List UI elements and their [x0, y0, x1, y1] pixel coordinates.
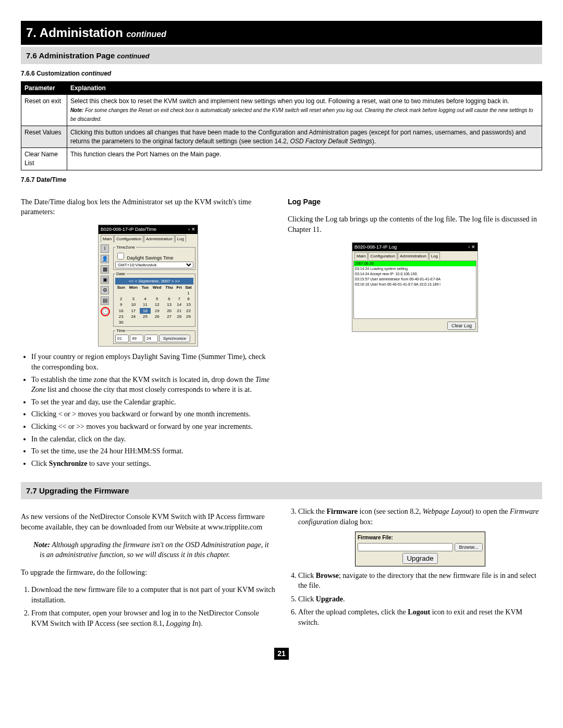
calendar-day[interactable]: 21 [175, 308, 183, 314]
dst-checkbox[interactable]: Daylight Savings Time [115, 255, 174, 261]
calendar-day[interactable]: 1 [183, 290, 193, 296]
list-item: To establish the time zone that the KVM … [31, 375, 275, 395]
calendar-day[interactable]: 30 [115, 319, 127, 325]
calendar-day[interactable]: 8 [183, 296, 193, 302]
calendar-day[interactable]: 23 [115, 314, 127, 319]
calendar-day [183, 319, 193, 325]
calendar-day [175, 290, 183, 296]
datetime-intro: The Date/Time dialog box lets the Admini… [21, 197, 275, 217]
time-ss[interactable] [144, 335, 158, 342]
tab-administration[interactable]: Administration [398, 252, 429, 260]
datetime-icon[interactable]: 🕒 [101, 307, 110, 316]
month-label: September, 2007 [139, 279, 170, 283]
calendar-day[interactable]: 28 [175, 314, 183, 319]
log-entry: 2007-06-20 [354, 261, 476, 266]
datetime-dialog: B020-008-17-IP Date/Time ▫ ✕ Main Config… [98, 225, 198, 347]
list-item: If your country or region employs Daylig… [31, 352, 275, 372]
tab-configuration[interactable]: Configuration [368, 252, 397, 260]
firmware-file-label: Firmware File: [358, 535, 393, 540]
browse-button[interactable]: Browse... [455, 543, 483, 551]
calendar-day[interactable]: 27 [164, 314, 175, 319]
chapter-header: 7. Administation continued [21, 21, 542, 45]
calendar-day[interactable]: 20 [164, 308, 175, 314]
calendar-day[interactable]: 29 [183, 314, 193, 319]
firmware-right-col: Click the Firmware icon (see section 8.2… [288, 504, 542, 632]
month-prev[interactable]: < [135, 279, 138, 283]
calendar-day[interactable]: 10 [127, 302, 140, 307]
tab-main[interactable]: Main [354, 252, 368, 260]
calendar-day[interactable]: 15 [183, 302, 193, 307]
timezone-fieldset: TimeZone Daylight Savings Time GMT+10:Vl… [113, 244, 195, 270]
col-parameter: Parameter [21, 81, 67, 95]
list-item: Clicking << or >> moves you backward or … [31, 422, 275, 432]
calendar-day [164, 319, 175, 325]
calendar-day[interactable]: 16 [115, 308, 127, 314]
tab-configuration[interactable]: Configuration [114, 235, 143, 242]
calendar-day[interactable]: 25 [140, 314, 151, 319]
upgrade-button[interactable]: Upgrade [402, 553, 437, 564]
calendar-day[interactable]: 17 [127, 308, 140, 314]
synchronize-button[interactable]: Synchronize [159, 335, 190, 342]
window-controls: ▫ ✕ [468, 244, 475, 251]
tab-administration[interactable]: Administration [144, 235, 175, 242]
calendar-day[interactable]: 5 [151, 296, 164, 302]
customization-table: Parameter Explanation Reset on exit Sele… [21, 81, 542, 170]
col-explanation: Explanation [67, 81, 542, 95]
calendar-day[interactable]: 26 [151, 314, 164, 319]
section-continued: continued [117, 52, 150, 60]
date-fieldset: Date << < September, 2007 > >> SunMonTue… [113, 271, 195, 327]
firmware-file-dialog: Firmware File: Browse... Upgrade [355, 532, 485, 566]
calendar-day[interactable]: 12 [151, 302, 164, 307]
window-title: B020-008-17-IP Log [354, 244, 397, 251]
calendar-day[interactable]: 6 [164, 296, 175, 302]
calendar-day [127, 319, 140, 325]
log-icon[interactable]: ▤ [101, 297, 109, 305]
firmware-steps-intro: To upgrade the firmware, do the followin… [21, 567, 275, 578]
security-icon[interactable]: ▣ [101, 276, 109, 284]
clear-log-button[interactable]: Clear Log [447, 322, 476, 330]
firmware-file-input[interactable] [358, 543, 453, 551]
log-column: Log Page Clicking the Log tab brings up … [288, 190, 542, 473]
table-row: Reset Values Clicking this button undoes… [21, 126, 542, 148]
window-controls: ▫ ✕ [188, 226, 195, 233]
user-icon[interactable]: 👤 [101, 255, 109, 263]
year-next[interactable]: >> [175, 279, 180, 283]
firmware-intro: As new versions of the NetDirector Conso… [21, 512, 275, 532]
timezone-select[interactable]: GMT+10:Vladivostok [115, 262, 193, 268]
calendar-day [164, 290, 175, 296]
calendar-day [140, 319, 151, 325]
log-entry: 03:14:24 Accept new IP: 10.0.100.150. [354, 272, 476, 277]
tab-log[interactable]: Log [175, 235, 186, 242]
calendar-day [175, 319, 183, 325]
calendar-day[interactable]: 24 [127, 314, 140, 319]
info-icon[interactable]: i [101, 244, 109, 253]
page-number: 21 [274, 648, 289, 660]
calendar-day[interactable]: 4 [140, 296, 151, 302]
calendar-day[interactable]: 7 [175, 296, 183, 302]
datetime-column: The Date/Time dialog box lets the Admini… [21, 190, 275, 473]
calendar[interactable]: SunMonTueWedThuFriSat 123456789101112131… [115, 285, 193, 325]
calendar-day[interactable]: 11 [140, 302, 151, 307]
list-item: From that computer, open your browser an… [31, 608, 275, 628]
param-cell: Clear Name List [21, 148, 67, 170]
calendar-day[interactable]: 9 [115, 302, 127, 307]
expl-cell: Select this check box to reset the KVM s… [67, 95, 542, 126]
tab-log[interactable]: Log [429, 252, 440, 260]
tab-main[interactable]: Main [101, 235, 114, 242]
calendar-day[interactable]: 3 [127, 296, 140, 302]
calendar-day[interactable]: 22 [183, 308, 193, 314]
net-icon[interactable]: ▦ [101, 265, 109, 274]
year-prev[interactable]: << [129, 279, 133, 283]
list-item: After the upload completes, click the Lo… [298, 607, 542, 627]
calendar-day[interactable]: 19 [151, 308, 164, 314]
time-hh[interactable] [115, 335, 129, 342]
time-mm[interactable] [130, 335, 143, 342]
calendar-day[interactable]: 18 [140, 308, 151, 314]
param-cell: Reset Values [21, 126, 67, 148]
month-next[interactable]: > [172, 279, 174, 283]
calendar-day [127, 290, 140, 296]
cust-icon[interactable]: ⚙ [101, 286, 109, 294]
calendar-day[interactable]: 2 [115, 296, 127, 302]
calendar-day[interactable]: 13 [164, 302, 175, 307]
calendar-day[interactable]: 14 [175, 302, 183, 307]
